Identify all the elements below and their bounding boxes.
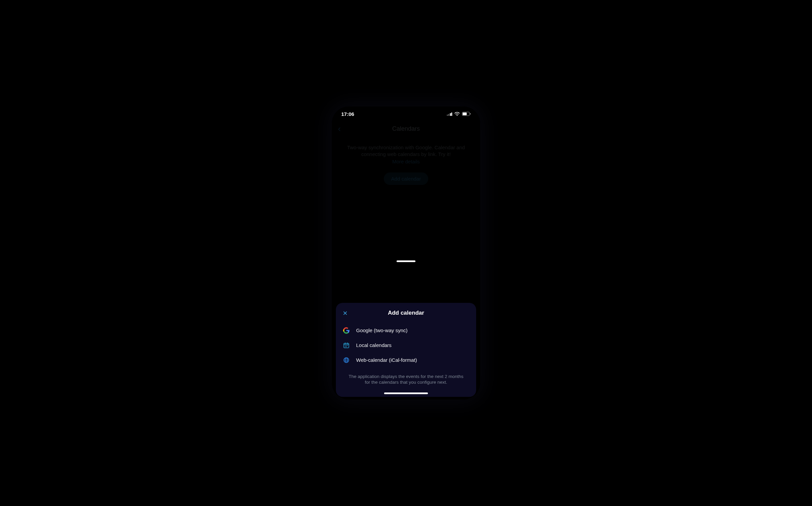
svg-rect-6: [347, 345, 348, 346]
status-bar: 17:06: [332, 106, 480, 121]
sheet-header: ✕ Add calendar: [342, 310, 470, 316]
svg-rect-5: [346, 345, 347, 346]
more-details-link[interactable]: More details: [342, 159, 470, 164]
svg-rect-7: [345, 346, 346, 347]
svg-rect-2: [470, 113, 471, 115]
google-icon: [343, 327, 350, 334]
description-text: Two-way synchronization with Google. Cal…: [342, 144, 470, 158]
svg-rect-1: [463, 113, 467, 115]
back-icon[interactable]: ‹: [338, 124, 341, 133]
home-indicator-icon[interactable]: [384, 392, 428, 394]
wifi-icon: [454, 112, 460, 116]
battery-icon: [462, 112, 471, 116]
page-content: Two-way synchronization with Google. Cal…: [332, 136, 480, 185]
option-label: Local calendars: [356, 342, 392, 348]
page-title: Calendars: [392, 125, 420, 132]
cellular-signal-icon: [447, 112, 453, 116]
sheet-title: Add calendar: [388, 310, 424, 316]
sheet-grabber-icon[interactable]: [397, 260, 415, 262]
option-google[interactable]: Google (two-way sync): [342, 323, 470, 338]
option-web[interactable]: Web-calendar (iCal-format): [342, 353, 470, 368]
add-calendar-sheet: ✕ Add calendar Google (two-way sync): [336, 303, 476, 397]
option-label: Web-calendar (iCal-format): [356, 357, 417, 363]
calendar-icon: [343, 342, 350, 349]
status-icons: [447, 112, 471, 116]
phone-frame: 17:06 ‹ Calendars Two-way synchronizatio…: [332, 106, 480, 400]
option-local[interactable]: Local calendars: [342, 338, 470, 353]
close-icon[interactable]: ✕: [343, 310, 348, 317]
nav-header: ‹ Calendars: [332, 121, 480, 136]
add-calendar-button[interactable]: Add calendar: [384, 172, 428, 185]
svg-rect-4: [345, 345, 346, 346]
option-label: Google (two-way sync): [356, 327, 408, 333]
sheet-note: The application displays the events for …: [342, 374, 470, 385]
svg-rect-8: [346, 346, 347, 347]
globe-icon: [343, 356, 350, 364]
status-time: 17:06: [341, 111, 354, 117]
